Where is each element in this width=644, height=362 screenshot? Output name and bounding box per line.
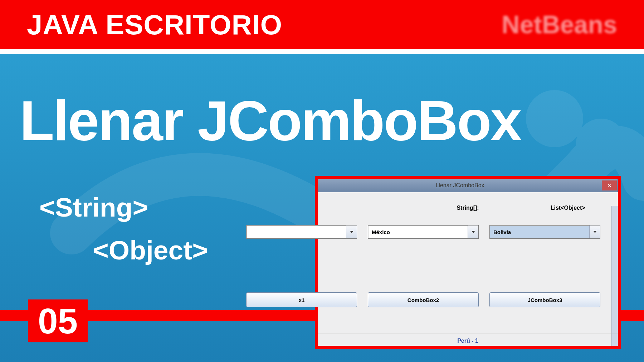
combobox-2[interactable]: México: [368, 225, 479, 239]
main-title: Llenar JComboBox: [20, 88, 521, 153]
divider: [0, 49, 644, 54]
window-titlebar[interactable]: Llenar JComboBox ✕: [318, 179, 618, 192]
col-label-3: List<Object>: [518, 205, 618, 211]
chevron-down-icon: [589, 225, 600, 238]
button-label: JComboBox3: [528, 297, 562, 303]
window-frame: Llenar JComboBox ✕ . String[]: List<Obje…: [315, 176, 621, 349]
header-ide: NetBeans: [502, 10, 617, 39]
button-label: x1: [299, 297, 305, 303]
column-labels: . String[]: List<Object>: [318, 205, 618, 211]
close-icon: ✕: [607, 182, 612, 189]
combobox-2-value: México: [368, 229, 468, 235]
chevron-down-icon: [346, 225, 357, 238]
episode-badge: 05: [28, 299, 88, 342]
button-label: ComboBox2: [408, 297, 439, 303]
status-label: Perú - 1: [318, 333, 618, 344]
window: Llenar JComboBox ✕ . String[]: List<Obje…: [318, 179, 618, 346]
col-label-2: String[]:: [418, 205, 518, 211]
chevron-down-icon: [468, 225, 478, 238]
window-title: Llenar JComboBox: [318, 182, 602, 189]
button-combobox2[interactable]: ComboBox2: [368, 292, 479, 307]
subtitle-string: <String>: [39, 192, 148, 223]
close-button[interactable]: ✕: [602, 180, 617, 190]
combobox-1[interactable]: [246, 225, 357, 239]
button-combobox1[interactable]: x1: [246, 292, 357, 307]
main-panel: Llenar JComboBox <String> <Object> 05 Ll…: [0, 54, 644, 362]
button-combobox3[interactable]: JComboBox3: [489, 292, 600, 307]
svg-point-1: [576, 119, 626, 169]
subtitle-object: <Object>: [93, 235, 208, 266]
combobox-3[interactable]: Bolivia: [489, 225, 600, 239]
header-bar: JAVA ESCRITORIO NetBeans: [0, 0, 644, 49]
window-body: . String[]: List<Object> México Bolivia: [318, 192, 618, 346]
combobox-3-value: Bolivia: [490, 229, 589, 235]
combo-row: México Bolivia: [246, 225, 613, 239]
svg-point-0: [526, 90, 583, 147]
header-title: JAVA ESCRITORIO: [27, 9, 282, 41]
button-row: x1 ComboBox2 JComboBox3: [246, 292, 613, 307]
